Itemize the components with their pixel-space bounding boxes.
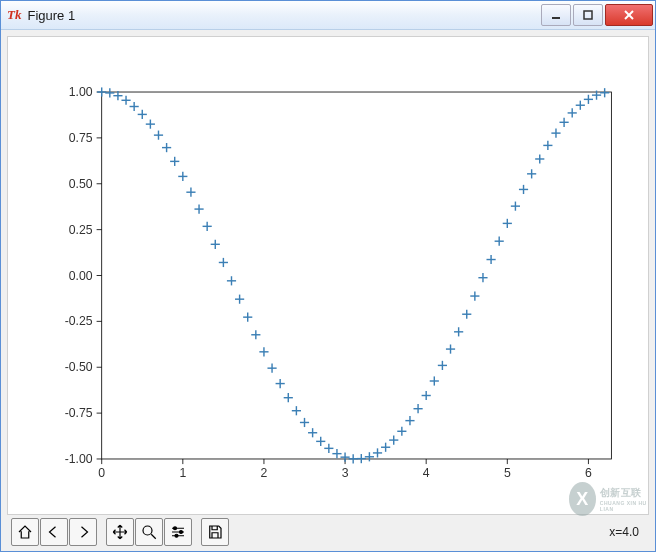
data-point <box>170 157 179 166</box>
data-point <box>381 443 390 452</box>
data-point <box>162 143 171 152</box>
data-point <box>154 131 163 140</box>
data-point <box>519 185 528 194</box>
svg-rect-1 <box>584 11 592 19</box>
data-point <box>543 141 552 150</box>
data-point <box>243 313 252 322</box>
data-point <box>194 204 203 213</box>
titlebar[interactable]: Tk Figure 1 <box>1 1 655 30</box>
data-point <box>259 347 268 356</box>
data-point <box>600 88 609 97</box>
data-point <box>267 364 276 373</box>
data-point <box>97 87 106 96</box>
x-axis: 0123456 <box>98 459 592 480</box>
data-point <box>422 391 431 400</box>
data-point <box>438 361 447 370</box>
data-point <box>121 96 130 105</box>
data-point <box>300 418 309 427</box>
window-title: Figure 1 <box>27 8 539 23</box>
data-point <box>357 454 366 463</box>
data-point <box>551 129 560 138</box>
data-point <box>113 91 122 100</box>
axes-frame <box>102 92 612 459</box>
data-point <box>470 291 479 300</box>
data-point <box>560 118 569 127</box>
y-axis: -1.00-0.75-0.50-0.250.000.250.500.751.00 <box>65 85 102 466</box>
data-point <box>430 376 439 385</box>
svg-text:1.00: 1.00 <box>69 85 93 99</box>
figure-window: Tk Figure 1 -1.00-0.75-0.50-0.250.000.25… <box>0 0 656 552</box>
data-point <box>235 295 244 304</box>
data-point <box>495 237 504 246</box>
data-point <box>462 310 471 319</box>
data-point <box>527 169 536 178</box>
data-point <box>186 188 195 197</box>
svg-text:4: 4 <box>423 466 430 480</box>
svg-text:0.00: 0.00 <box>69 269 93 283</box>
data-point <box>146 120 155 129</box>
svg-text:-0.50: -0.50 <box>65 360 93 374</box>
data-point <box>373 448 382 457</box>
data-point <box>503 219 512 228</box>
svg-text:-1.00: -1.00 <box>65 452 93 466</box>
data-point <box>405 416 414 425</box>
tk-icon: Tk <box>7 7 21 23</box>
minimize-button[interactable] <box>541 4 571 26</box>
data-point <box>138 110 147 119</box>
data-point <box>251 330 260 339</box>
back-button[interactable] <box>40 518 68 546</box>
svg-text:2: 2 <box>261 466 268 480</box>
navigation-toolbar: x=4.0 <box>7 517 649 547</box>
data-point <box>292 406 301 415</box>
data-point <box>535 154 544 163</box>
data-point <box>178 172 187 181</box>
home-button[interactable] <box>11 518 39 546</box>
data-point <box>276 379 285 388</box>
svg-text:-0.75: -0.75 <box>65 406 93 420</box>
data-point <box>211 240 220 249</box>
maximize-button[interactable] <box>573 4 603 26</box>
data-point <box>219 258 228 267</box>
svg-text:0.50: 0.50 <box>69 177 93 191</box>
svg-text:0.25: 0.25 <box>69 223 93 237</box>
svg-text:0.75: 0.75 <box>69 131 93 145</box>
data-point <box>511 202 520 211</box>
data-point <box>308 428 317 437</box>
data-point <box>413 404 422 413</box>
data-point <box>284 393 293 402</box>
data-point <box>105 88 114 97</box>
svg-text:0: 0 <box>98 466 105 480</box>
data-point <box>446 344 455 353</box>
configure-button[interactable] <box>164 518 192 546</box>
svg-text:-0.25: -0.25 <box>65 314 93 328</box>
svg-text:5: 5 <box>504 466 511 480</box>
data-point <box>349 454 358 463</box>
plot-area[interactable]: -1.00-0.75-0.50-0.250.000.250.500.751.00… <box>12 41 644 510</box>
data-point <box>316 437 325 446</box>
window-controls <box>539 4 653 26</box>
svg-point-163 <box>174 527 177 530</box>
close-button[interactable] <box>605 4 653 26</box>
data-point <box>584 95 593 104</box>
data-point <box>324 444 333 453</box>
data-point <box>397 427 406 436</box>
data-point <box>454 327 463 336</box>
save-button[interactable] <box>201 518 229 546</box>
data-point <box>576 101 585 110</box>
plot-canvas-area: -1.00-0.75-0.50-0.250.000.250.500.751.00… <box>7 36 649 515</box>
svg-point-164 <box>180 531 183 534</box>
data-point <box>478 273 487 282</box>
pan-button[interactable] <box>106 518 134 546</box>
zoom-button[interactable] <box>135 518 163 546</box>
data-point <box>340 453 349 462</box>
data-point <box>227 276 236 285</box>
data-point <box>130 102 139 111</box>
data-point <box>365 452 374 461</box>
data-series <box>97 87 609 463</box>
cursor-status: x=4.0 <box>609 525 639 539</box>
forward-button[interactable] <box>69 518 97 546</box>
data-point <box>332 449 341 458</box>
data-point <box>389 435 398 444</box>
data-point <box>203 222 212 231</box>
svg-text:1: 1 <box>179 466 186 480</box>
